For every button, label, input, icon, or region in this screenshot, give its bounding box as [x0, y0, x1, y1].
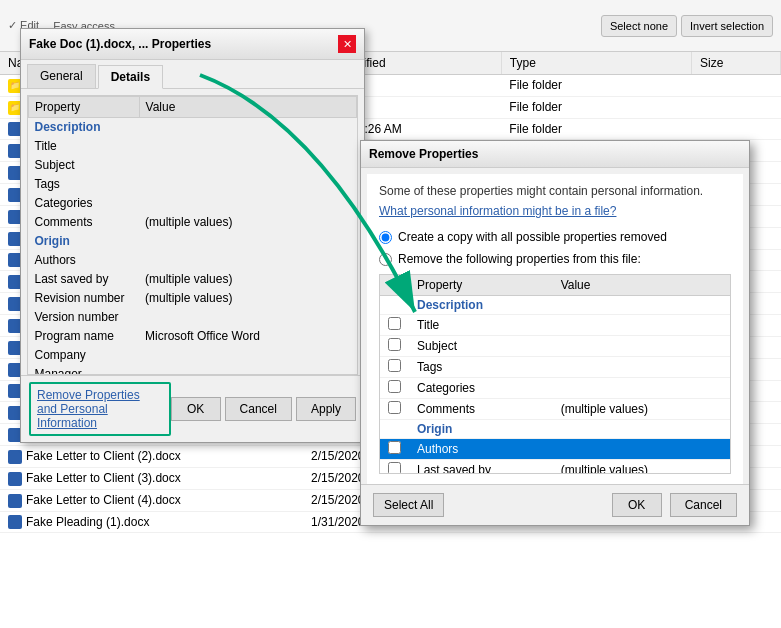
prop-row[interactable]: Comments (multiple values) [29, 213, 357, 232]
remove-prop-row[interactable]: Tags [380, 357, 730, 378]
prop-name-cell: Last saved by [29, 270, 140, 289]
prop-name-cell: Manager [29, 365, 140, 376]
file-size-cell [692, 75, 781, 97]
prop-row[interactable]: Version number [29, 308, 357, 327]
file-type-cell: File folder [501, 96, 691, 118]
properties-title-bar: Fake Doc (1).docx, ... Properties ✕ [21, 29, 364, 60]
personal-info-link[interactable]: What personal information might be in a … [379, 204, 616, 218]
prop-name-cell: Program name [29, 327, 140, 346]
prop-value-cell: (multiple values) [139, 270, 356, 289]
prop-checkbox-cell[interactable] [380, 439, 409, 460]
tab-general[interactable]: General [27, 64, 96, 88]
prop-row[interactable]: Manager [29, 365, 357, 376]
remove-footer: Select All OK Cancel [361, 484, 749, 525]
properties-table: Property Value Description Title Subject… [28, 96, 357, 375]
remove-col-value: Value [553, 275, 730, 296]
prop-checkbox[interactable] [388, 401, 401, 414]
remove-prop-value-cell [553, 357, 730, 378]
prop-value-cell [139, 175, 356, 194]
remove-prop-row[interactable]: Comments (multiple values) [380, 399, 730, 420]
prop-checkbox[interactable] [388, 338, 401, 351]
remove-properties-dialog: Remove Properties Some of these properti… [360, 140, 750, 526]
remove-prop-name-cell: Title [409, 315, 553, 336]
remove-prop-row[interactable]: Title [380, 315, 730, 336]
prop-row[interactable]: Subject [29, 156, 357, 175]
file-name-cell: Fake Letter to Client (2).docx [0, 446, 303, 468]
remove-section-header: Origin [409, 420, 730, 439]
prop-col-value: Value [139, 97, 356, 118]
tab-details[interactable]: Details [98, 65, 163, 89]
properties-apply-button[interactable]: Apply [296, 397, 356, 421]
prop-checkbox[interactable] [388, 359, 401, 372]
remove-prop-value-cell [553, 315, 730, 336]
remove-prop-row[interactable]: Categories [380, 378, 730, 399]
remove-prop-name-cell: Authors [409, 439, 553, 460]
prop-checkbox-cell[interactable] [380, 399, 409, 420]
remove-properties-link[interactable]: Remove Properties and Personal Informati… [29, 382, 171, 436]
properties-scroll[interactable]: Property Value Description Title Subject… [27, 95, 358, 375]
prop-row[interactable]: Company [29, 346, 357, 365]
prop-checkbox-cell[interactable] [380, 460, 409, 475]
prop-row[interactable]: Title [29, 137, 357, 156]
radio-copy[interactable] [379, 231, 392, 244]
prop-checkbox-cell[interactable] [380, 357, 409, 378]
col-size: Size [692, 52, 781, 75]
prop-name-cell: Revision number [29, 289, 140, 308]
remove-prop-row[interactable]: Last saved by (multiple values) [380, 460, 730, 475]
prop-checkbox[interactable] [388, 317, 401, 330]
prop-checkbox[interactable] [388, 462, 401, 474]
prop-value-cell: (multiple values) [139, 289, 356, 308]
prop-row[interactable]: Authors [29, 251, 357, 270]
radio-remove[interactable] [379, 253, 392, 266]
prop-value-cell [139, 251, 356, 270]
remove-prop-table: Property Value Description Title Subject… [380, 275, 730, 474]
file-name-cell: Fake Pleading (1).docx [0, 511, 303, 533]
prop-row[interactable]: Last saved by (multiple values) [29, 270, 357, 289]
prop-value-cell [139, 156, 356, 175]
remove-section-header: Description [409, 296, 730, 315]
prop-checkbox-cell[interactable] [380, 378, 409, 399]
prop-value-cell [139, 308, 356, 327]
file-size-cell [692, 118, 781, 140]
radio-copy-label: Create a copy with all possible properti… [398, 230, 667, 244]
properties-cancel-button[interactable]: Cancel [225, 397, 292, 421]
prop-name-cell: Categories [29, 194, 140, 213]
remove-prop-name-cell: Categories [409, 378, 553, 399]
file-name-cell: Fake Letter to Client (4).docx [0, 489, 303, 511]
prop-row[interactable]: Revision number (multiple values) [29, 289, 357, 308]
prop-row[interactable]: Tags [29, 175, 357, 194]
remove-prop-value-cell: (multiple values) [553, 460, 730, 475]
properties-ok-button[interactable]: OK [171, 397, 221, 421]
remove-prop-value-cell [553, 439, 730, 460]
select-all-button[interactable]: Select All [373, 493, 444, 517]
radio-remove-label: Remove the following properties from thi… [398, 252, 641, 266]
prop-checkbox[interactable] [388, 380, 401, 393]
remove-info-text: Some of these properties might contain p… [379, 184, 731, 198]
prop-checkbox[interactable] [388, 441, 401, 454]
remove-prop-row[interactable]: Authors [380, 439, 730, 460]
prop-name-cell: Title [29, 137, 140, 156]
file-type-cell: File folder [501, 118, 691, 140]
prop-value-cell: (multiple values) [139, 213, 356, 232]
remove-prop-name-cell: Last saved by [409, 460, 553, 475]
remove-col-checkbox [380, 275, 409, 296]
prop-checkbox-cell[interactable] [380, 336, 409, 357]
select-none-button[interactable]: Select none [601, 15, 677, 37]
remove-col-property: Property [409, 275, 553, 296]
prop-checkbox-cell[interactable] [380, 315, 409, 336]
properties-close-button[interactable]: ✕ [338, 35, 356, 53]
prop-row[interactable]: Categories [29, 194, 357, 213]
remove-prop-value-cell: (multiple values) [553, 399, 730, 420]
remove-prop-value-cell [553, 378, 730, 399]
invert-selection-button[interactable]: Invert selection [681, 15, 773, 37]
remove-cancel-button[interactable]: Cancel [670, 493, 737, 517]
file-size-cell [692, 96, 781, 118]
prop-name-cell: Authors [29, 251, 140, 270]
prop-value-cell: Microsoft Office Word [139, 327, 356, 346]
remove-ok-button[interactable]: OK [612, 493, 662, 517]
properties-footer: Remove Properties and Personal Informati… [21, 375, 364, 442]
remove-prop-scroll[interactable]: Property Value Description Title Subject… [379, 274, 731, 474]
remove-prop-row[interactable]: Subject [380, 336, 730, 357]
prop-row[interactable]: Program name Microsoft Office Word [29, 327, 357, 346]
prop-value-cell [139, 194, 356, 213]
